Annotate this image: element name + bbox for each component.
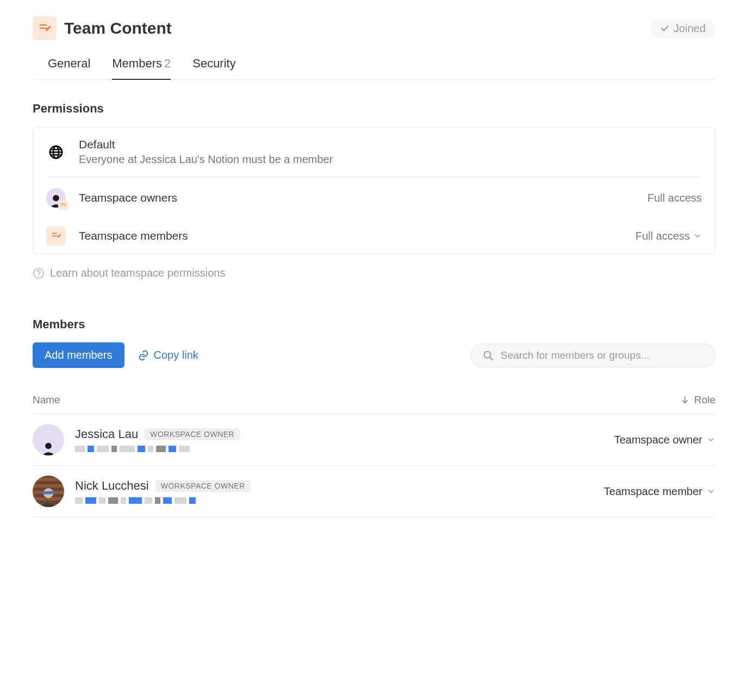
- search-box[interactable]: [471, 343, 715, 367]
- svg-line-15: [490, 357, 493, 360]
- member-row[interactable]: Nick Lucchesi WORKSPACE OWNER Teamspace …: [33, 466, 715, 517]
- svg-rect-9: [61, 205, 64, 205]
- members-icon: [46, 226, 66, 246]
- tab-members-count: 2: [164, 57, 171, 70]
- chevron-down-icon: [693, 232, 702, 240]
- permission-owners-label: Teamspace owners: [79, 191, 634, 204]
- member-email-redacted: [75, 497, 227, 504]
- member-role-dropdown[interactable]: Teamspace member: [604, 485, 715, 498]
- member-email-redacted: [75, 446, 227, 452]
- learn-permissions-link[interactable]: Learn about teamspace permissions: [33, 267, 715, 279]
- joined-label: Joined: [674, 22, 706, 35]
- permission-owners-access: Full access: [647, 192, 702, 204]
- joined-button[interactable]: Joined: [650, 19, 715, 38]
- permission-members-access-dropdown[interactable]: Full access: [635, 230, 702, 242]
- permissions-box: Default Everyone at Jessica Lau's Notion…: [33, 127, 715, 254]
- svg-point-17: [45, 443, 52, 449]
- member-role-dropdown[interactable]: Teamspace owner: [614, 434, 715, 446]
- table-header: Name Role: [33, 384, 715, 414]
- search-input[interactable]: [501, 349, 704, 361]
- permission-default-desc: Everyone at Jessica Lau's Notion must be…: [79, 153, 702, 166]
- learn-permissions-label: Learn about teamspace permissions: [50, 267, 225, 279]
- members-heading: Members: [33, 317, 715, 332]
- col-name[interactable]: Name: [33, 394, 60, 406]
- tab-security[interactable]: Security: [192, 51, 235, 79]
- page-title: Team Content: [64, 19, 172, 38]
- owners-avatar-icon: [46, 188, 66, 208]
- tab-members[interactable]: Members2: [112, 51, 171, 79]
- member-name: Jessica Lau: [75, 427, 138, 441]
- member-name: Nick Lucchesi: [75, 479, 149, 493]
- svg-point-13: [38, 275, 39, 276]
- chevron-down-icon: [707, 487, 715, 496]
- permissions-heading: Permissions: [33, 102, 715, 116]
- avatar: [33, 476, 64, 507]
- copy-link-button[interactable]: Copy link: [138, 349, 198, 361]
- permission-default-row[interactable]: Default Everyone at Jessica Lau's Notion…: [33, 127, 715, 177]
- svg-rect-10: [52, 233, 57, 234]
- workspace-owner-badge: WORKSPACE OWNER: [155, 480, 251, 492]
- svg-point-14: [484, 351, 491, 358]
- permission-members-label: Teamspace members: [79, 229, 622, 242]
- permission-owners-row[interactable]: Teamspace owners Full access: [33, 177, 715, 218]
- permission-default-title: Default: [79, 138, 702, 151]
- add-members-button[interactable]: Add members: [33, 342, 124, 368]
- tab-members-label: Members: [112, 57, 162, 70]
- svg-rect-8: [61, 203, 64, 204]
- svg-rect-19: [42, 491, 54, 495]
- svg-rect-0: [40, 24, 47, 26]
- member-row[interactable]: Jessica Lau WORKSPACE OWNER Teamspace ow…: [33, 414, 715, 466]
- teamspace-icon: [33, 16, 57, 40]
- globe-icon: [46, 142, 66, 162]
- header-left: Team Content: [33, 16, 172, 40]
- search-icon: [482, 349, 494, 361]
- col-role[interactable]: Role: [680, 394, 715, 406]
- header: Team Content Joined: [33, 16, 715, 40]
- copy-link-label: Copy link: [154, 349, 198, 361]
- permission-members-row[interactable]: Teamspace members Full access: [33, 218, 715, 253]
- help-icon: [33, 267, 45, 279]
- check-icon: [659, 23, 670, 34]
- tab-general[interactable]: General: [48, 51, 90, 79]
- workspace-owner-badge: WORKSPACE OWNER: [145, 428, 240, 440]
- link-icon: [138, 349, 149, 361]
- avatar: [33, 424, 64, 455]
- chevron-down-icon: [707, 435, 715, 444]
- members-actions: Add members Copy link: [33, 342, 715, 368]
- tabs: General Members2 Security: [33, 51, 715, 80]
- svg-rect-1: [40, 28, 47, 29]
- svg-rect-11: [52, 235, 57, 236]
- arrow-down-icon: [680, 395, 690, 405]
